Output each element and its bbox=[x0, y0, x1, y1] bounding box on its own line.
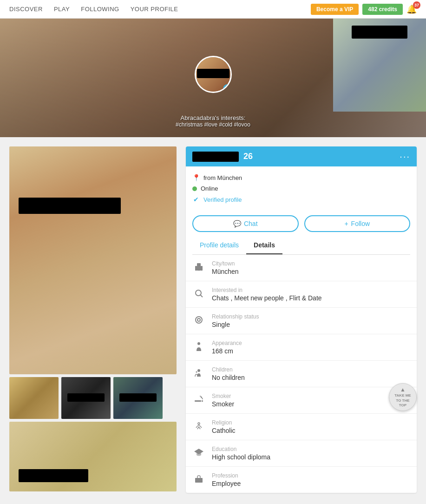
chat-icon: 💬 bbox=[233, 220, 241, 227]
education-icon bbox=[192, 448, 205, 459]
detail-profession: Profession Employee bbox=[186, 467, 417, 493]
credits-button[interactable]: 482 credits bbox=[362, 4, 403, 15]
censor-username bbox=[192, 152, 239, 162]
children-icon bbox=[192, 368, 205, 380]
profile-card: 26 ··· 📍 from München Online ✔ Verified … bbox=[186, 146, 417, 493]
right-column: 26 ··· 📍 from München Online ✔ Verified … bbox=[186, 146, 417, 493]
main-photo bbox=[9, 146, 177, 374]
hero-avatar: ✓ bbox=[195, 56, 232, 93]
thumbnail-2[interactable] bbox=[61, 377, 111, 419]
city-icon bbox=[192, 262, 205, 274]
hero-avatar-wrap: ✓ bbox=[195, 56, 232, 93]
detail-appearance-content: Appearance 168 cm bbox=[212, 340, 242, 355]
svg-point-7 bbox=[197, 342, 200, 345]
notification-badge: 37 bbox=[413, 1, 420, 9]
relationship-value: Single bbox=[212, 321, 259, 328]
svg-rect-1 bbox=[195, 266, 197, 271]
bottom-photo bbox=[9, 422, 177, 491]
detail-religion-content: Religion Catholic bbox=[212, 419, 236, 434]
svg-rect-0 bbox=[197, 263, 201, 271]
appearance-icon bbox=[192, 342, 205, 353]
profile-info: 📍 from München Online ✔ Verified profile bbox=[186, 166, 417, 211]
action-buttons: 💬 Chat + Follow bbox=[186, 211, 417, 237]
thumbnail-strip bbox=[9, 377, 177, 419]
profile-header-left: 26 bbox=[192, 152, 253, 162]
education-value: High school diploma bbox=[212, 453, 270, 461]
follow-button[interactable]: + Follow bbox=[304, 215, 411, 232]
take-to-top-line2: TO THE bbox=[396, 398, 409, 403]
tab-profile-details[interactable]: Profile details bbox=[192, 237, 246, 254]
children-label: Children bbox=[212, 366, 245, 373]
nav-your-profile[interactable]: YOUR PROFILE bbox=[131, 6, 178, 13]
location-row: 📍 from München bbox=[192, 172, 410, 183]
censor-bar-thumb-3 bbox=[119, 393, 157, 402]
smoker-value: Smoker bbox=[212, 400, 234, 408]
detail-children: Children No children bbox=[186, 361, 417, 387]
nav-play[interactable]: PLAY bbox=[54, 6, 70, 13]
detail-interested-content: Interested in Chats , Meet new people , … bbox=[212, 287, 322, 302]
take-to-top-button[interactable]: ▲ TAKE ME TO THE TOP bbox=[389, 383, 417, 411]
education-label: Education bbox=[212, 446, 270, 452]
detail-relationship: Relationship status Single bbox=[186, 308, 417, 334]
location-text: from München bbox=[203, 174, 242, 181]
interested-label: Interested in bbox=[212, 287, 322, 293]
profile-menu-dots[interactable]: ··· bbox=[400, 151, 410, 162]
detail-profession-content: Profession Employee bbox=[212, 472, 241, 487]
relationship-icon bbox=[192, 315, 205, 327]
interested-value: Chats , Meet new people , Flirt & Date bbox=[212, 294, 322, 302]
svg-point-3 bbox=[196, 290, 201, 296]
hero-hashtags: #christmas #love #cold #lovoo bbox=[176, 121, 250, 128]
svg-line-4 bbox=[201, 295, 203, 297]
nav-following[interactable]: FOLLOWING bbox=[81, 6, 119, 13]
svg-point-5 bbox=[196, 317, 202, 323]
detail-smoker: Smoker Smoker bbox=[186, 387, 417, 414]
tab-details[interactable]: Details bbox=[246, 237, 282, 254]
nav-discover[interactable]: DISCOVER bbox=[9, 6, 43, 13]
interested-icon bbox=[192, 289, 205, 300]
svg-point-8 bbox=[197, 369, 200, 372]
profession-value: Employee bbox=[212, 480, 241, 487]
online-row: Online bbox=[192, 183, 410, 194]
hero-interests-text: Abracadabra's interests: bbox=[176, 114, 250, 121]
profile-header: 26 ··· bbox=[186, 146, 417, 166]
online-label: Online bbox=[201, 185, 218, 192]
verified-badge-icon: ✓ bbox=[223, 84, 232, 93]
appearance-value: 168 cm bbox=[212, 347, 242, 355]
appearance-label: Appearance bbox=[212, 340, 242, 346]
hero-banner: ✓ Abracadabra's interests: #christmas #l… bbox=[0, 19, 426, 137]
vip-button[interactable]: Become a VIP bbox=[311, 4, 359, 15]
detail-education-content: Education High school diploma bbox=[212, 446, 270, 461]
left-column bbox=[9, 146, 177, 493]
detail-religion: Religion Catholic bbox=[186, 414, 417, 440]
detail-city: City/town München bbox=[186, 255, 417, 281]
thumbnail-1[interactable] bbox=[9, 377, 59, 419]
bell-icon[interactable]: 🔔 37 bbox=[406, 4, 417, 14]
city-value: München bbox=[212, 268, 239, 275]
children-value: No children bbox=[212, 374, 245, 381]
photo-inner bbox=[9, 146, 177, 374]
chat-label: Chat bbox=[244, 220, 258, 227]
censor-bar-thumb-2 bbox=[67, 393, 105, 402]
profession-label: Profession bbox=[212, 472, 241, 479]
svg-rect-2 bbox=[201, 266, 203, 271]
svg-rect-10 bbox=[195, 400, 201, 402]
thumbnail-3[interactable] bbox=[113, 377, 163, 419]
svg-point-6 bbox=[197, 318, 200, 321]
smoker-label: Smoker bbox=[212, 393, 234, 399]
relationship-label: Relationship status bbox=[212, 313, 259, 320]
detail-education: Education High school diploma bbox=[186, 440, 417, 467]
main-content: 26 ··· 📍 from München Online ✔ Verified … bbox=[0, 137, 426, 502]
online-dot-icon bbox=[192, 186, 197, 191]
detail-appearance: Appearance 168 cm bbox=[186, 334, 417, 361]
censor-bar-avatar bbox=[197, 69, 229, 78]
take-to-top-arrow-icon: ▲ bbox=[400, 386, 406, 394]
take-to-top-line3: TOP bbox=[399, 403, 406, 408]
svg-rect-11 bbox=[202, 400, 203, 402]
hero-content: Abracadabra's interests: #christmas #lov… bbox=[176, 114, 250, 128]
nav-right: Become a VIP 482 credits 🔔 37 bbox=[311, 4, 417, 15]
censor-bar-corner bbox=[352, 26, 407, 39]
follow-plus-icon: + bbox=[344, 220, 348, 227]
profile-tabs: Profile details Details bbox=[192, 237, 410, 255]
chat-button[interactable]: 💬 Chat bbox=[192, 215, 299, 232]
verified-check-icon: ✔ bbox=[192, 196, 200, 203]
